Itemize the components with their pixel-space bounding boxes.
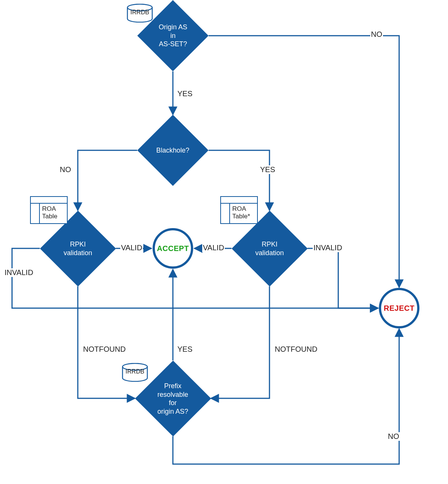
edge-label-yes: YES bbox=[259, 165, 276, 174]
decision-label: RPKI validation bbox=[61, 238, 94, 259]
database-irrdb-icon: IRRDB bbox=[126, 4, 153, 23]
decision-label: Origin AS in AS-SET? bbox=[156, 21, 189, 51]
decision-label: Blackhole? bbox=[154, 144, 192, 157]
edge-label-yes: YES bbox=[177, 89, 193, 98]
edge-label-invalid: INVALID bbox=[313, 244, 343, 252]
table-roa-icon: ROA Table bbox=[30, 196, 68, 224]
terminal-label: REJECT bbox=[384, 304, 415, 313]
database-irrdb-icon: IRRDB bbox=[121, 363, 148, 382]
edge-label-invalid: INVALID bbox=[4, 268, 34, 277]
edge-label-yes: YES bbox=[177, 345, 193, 354]
edge-label-valid: VALID bbox=[202, 244, 225, 252]
terminal-reject: REJECT bbox=[379, 288, 419, 328]
database-label: IRRDB bbox=[126, 9, 153, 16]
edge-label-valid: VALID bbox=[120, 244, 143, 252]
edge-label-notfound: NOTFOUND bbox=[82, 345, 126, 354]
table-label: ROA Table* bbox=[232, 205, 255, 220]
terminal-accept: ACCEPT bbox=[153, 228, 193, 269]
table-label: ROA Table bbox=[42, 205, 65, 220]
edge-label-no: NO bbox=[387, 432, 400, 441]
edge-label-notfound: NOTFOUND bbox=[274, 345, 318, 354]
flowchart-canvas: { "colors": { "brand": "#145a9e", "accep… bbox=[0, 0, 448, 484]
decision-label: Prefix resolvable for origin AS? bbox=[155, 379, 191, 417]
decision-label: RPKI validation bbox=[253, 238, 286, 259]
database-label: IRRDB bbox=[121, 368, 148, 375]
edge-label-no: NO bbox=[370, 30, 383, 39]
table-roa-icon: ROA Table* bbox=[220, 196, 258, 224]
terminal-label: ACCEPT bbox=[157, 244, 189, 253]
edge-label-no: NO bbox=[59, 165, 72, 174]
